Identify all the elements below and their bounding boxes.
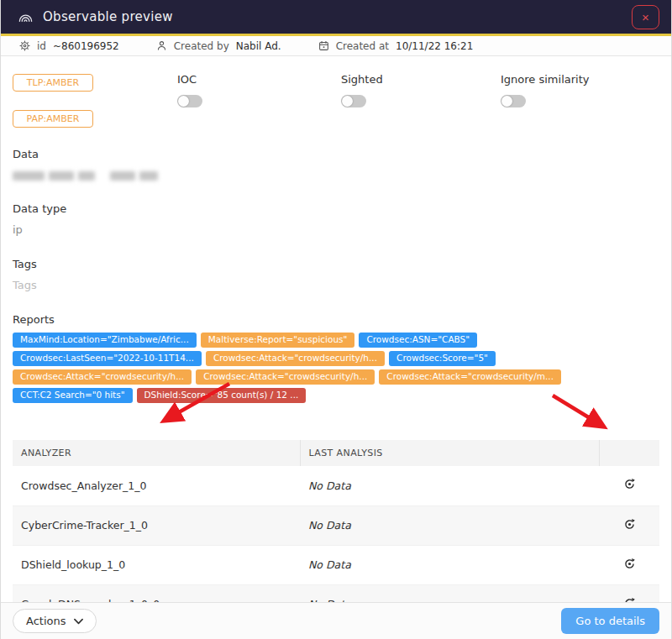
report-tags: MaxMind:Location="Zimbabwe/Afric... Malt… [13, 333, 659, 403]
gear-icon [19, 40, 30, 51]
report-tag: DShield:Score="85 count(s) / 12 ... [137, 388, 307, 403]
created-at-label: Created at [336, 40, 389, 52]
sighted-label: Sighted [341, 73, 501, 86]
ioc-toggle[interactable] [177, 95, 202, 107]
observable-preview-modal: Observable preview × id ~860196952 [0, 0, 672, 639]
actions-button-label: Actions [26, 615, 66, 627]
report-tag: Crowdsec:Attack="crowdsecurity/h... [206, 351, 385, 366]
id-value: ~860196952 [53, 40, 119, 52]
flags-row: TLP:AMBER PAP:AMBER IOC Sighted Ignore s… [13, 73, 659, 128]
report-tag: MaxMind:Location="Zimbabwe/Afric... [13, 333, 197, 348]
chevron-down-icon [74, 618, 83, 625]
modal-header: Observable preview × [1, 0, 671, 34]
report-tag: Crowdsec:Attack="crowdsecurity/h... [13, 369, 192, 385]
report-tag: Maltiverse:Report="suspicious" [201, 333, 355, 348]
meta-id: id ~860196952 [19, 40, 119, 52]
data-value-redacted [13, 171, 659, 181]
report-tag: Crowdsec:Score="5" [389, 351, 496, 366]
modal-body: TLP:AMBER PAP:AMBER IOC Sighted Ignore s… [1, 73, 671, 639]
table-row: CyberCrime-Tracker_1_0 No Data [13, 505, 659, 545]
modal-title: Observable preview [43, 9, 173, 24]
analyzer-name: Crowdsec_Analyzer_1_0 [13, 466, 300, 505]
ignore-similarity-toggle[interactable] [501, 95, 526, 107]
person-icon [156, 40, 167, 51]
meta-created-at: Created at 10/11/22 16:21 [318, 40, 474, 52]
id-label: id [37, 40, 46, 52]
last-analysis-value: No Data [300, 505, 599, 545]
report-tag: CCT:C2 Search="0 hits" [13, 388, 133, 403]
meta-created-by: Created by Nabil Ad. [156, 40, 281, 52]
ioc-toggle-group: IOC [177, 73, 341, 128]
ignore-similarity-toggle-group: Ignore similarity [501, 73, 659, 128]
sighted-toggle-group: Sighted [341, 73, 501, 128]
go-to-details-button[interactable]: Go to details [561, 608, 659, 634]
actions-button[interactable]: Actions [13, 609, 97, 633]
table-row: Crowdsec_Analyzer_1_0 No Data [13, 466, 659, 505]
run-analyzer-icon[interactable] [623, 478, 636, 490]
report-tag: Crowdsec:ASN="CABS" [359, 333, 477, 348]
report-tag: Crowdsec:Attack="crowdsecurity/h... [196, 369, 375, 385]
pap-badge[interactable]: PAP:AMBER [13, 110, 93, 128]
fingerprint-icon [18, 9, 34, 25]
analyzer-name: CyberCrime-Tracker_1_0 [13, 505, 300, 545]
column-header-analyzer: ANALYZER [13, 440, 300, 466]
reports-label: Reports [13, 313, 659, 326]
ignore-similarity-label: Ignore similarity [501, 73, 659, 86]
report-tag: Crowdsec:LastSeen="2022-10-11T14... [13, 351, 202, 366]
analyzer-name: DShield_lookup_1_0 [13, 545, 300, 584]
sighted-toggle[interactable] [341, 95, 366, 107]
modal-footer: Actions Go to details [1, 602, 671, 639]
column-header-actions [599, 440, 659, 466]
tlp-badge[interactable]: TLP:AMBER [13, 74, 93, 92]
close-icon[interactable]: × [632, 5, 659, 29]
created-by-value: Nabil Ad. [236, 40, 281, 52]
table-row: DShield_lookup_1_0 No Data [13, 545, 659, 584]
tags-input[interactable]: Tags [13, 279, 659, 291]
data-type-label: Data type [13, 202, 659, 215]
meta-bar: id ~860196952 Created by Nabil Ad. Creat… [1, 36, 671, 56]
last-analysis-value: No Data [300, 545, 599, 584]
created-by-label: Created by [174, 40, 229, 52]
tlp-pap-badges: TLP:AMBER PAP:AMBER [13, 73, 177, 128]
report-tag: Crowdsec:Attack="crowdsecurity/m... [379, 369, 561, 385]
data-type-value: ip [13, 223, 659, 236]
data-label: Data [13, 148, 659, 160]
last-analysis-value: No Data [300, 466, 599, 505]
ioc-label: IOC [177, 73, 341, 86]
run-analyzer-icon[interactable] [623, 558, 636, 570]
table-header-row: ANALYZER LAST ANALYSIS [13, 440, 659, 466]
created-at-value: 10/11/22 16:21 [396, 40, 473, 52]
tags-label: Tags [13, 258, 659, 270]
column-header-last-analysis: LAST ANALYSIS [300, 440, 599, 466]
run-analyzer-icon[interactable] [623, 518, 636, 531]
calendar-icon [318, 40, 329, 51]
